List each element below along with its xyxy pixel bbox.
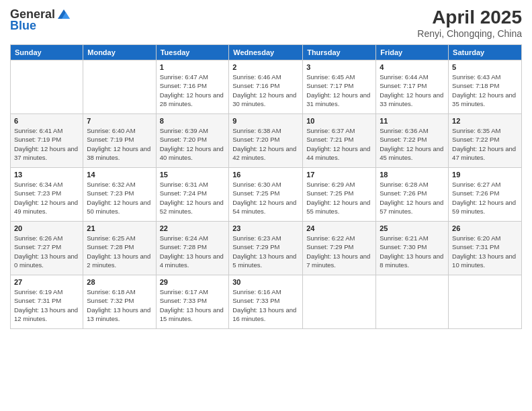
subtitle: Renyi, Chongqing, China [417,28,522,39]
calendar-cell: 12Sunrise: 6:35 AM Sunset: 7:22 PM Dayli… [449,114,522,168]
calendar-cell [11,60,83,114]
day-info: Sunrise: 6:16 AM Sunset: 7:33 PM Dayligh… [232,287,299,323]
weekday-header-wednesday: Wednesday [229,45,303,60]
calendar-cell [376,275,449,329]
day-info: Sunrise: 6:28 AM Sunset: 7:26 PM Dayligh… [380,180,445,216]
title-block: April 2025 Renyi, Chongqing, China [417,7,522,39]
day-info: Sunrise: 6:24 AM Sunset: 7:28 PM Dayligh… [160,234,226,269]
day-number: 9 [232,117,299,125]
day-number: 16 [232,171,299,179]
day-info: Sunrise: 6:29 AM Sunset: 7:25 PM Dayligh… [306,180,372,216]
calendar-cell: 28Sunrise: 6:18 AM Sunset: 7:32 PM Dayli… [83,275,156,329]
day-info: Sunrise: 6:41 AM Sunset: 7:19 PM Dayligh… [14,126,79,162]
calendar-cell: 27Sunrise: 6:19 AM Sunset: 7:31 PM Dayli… [11,275,83,329]
calendar-cell: 13Sunrise: 6:34 AM Sunset: 7:23 PM Dayli… [11,168,83,222]
day-number: 7 [87,117,152,125]
day-number: 10 [306,117,372,125]
weekday-header-saturday: Saturday [449,45,522,60]
day-info: Sunrise: 6:32 AM Sunset: 7:23 PM Dayligh… [87,180,152,216]
weekday-header-monday: Monday [83,45,156,60]
logo: General Blue [10,7,71,33]
calendar-cell: 3Sunrise: 6:45 AM Sunset: 7:17 PM Daylig… [303,60,376,114]
day-number: 25 [380,224,445,232]
day-info: Sunrise: 6:30 AM Sunset: 7:25 PM Dayligh… [232,180,299,216]
calendar-cell: 10Sunrise: 6:37 AM Sunset: 7:21 PM Dayli… [303,114,376,168]
day-number: 3 [306,63,372,71]
calendar-cell: 18Sunrise: 6:28 AM Sunset: 7:26 PM Dayli… [376,168,449,222]
calendar-cell: 7Sunrise: 6:40 AM Sunset: 7:19 PM Daylig… [83,114,156,168]
day-info: Sunrise: 6:23 AM Sunset: 7:29 PM Dayligh… [232,234,299,269]
calendar-cell: 8Sunrise: 6:39 AM Sunset: 7:20 PM Daylig… [156,114,229,168]
logo-blue: Blue [10,19,36,33]
day-number: 5 [452,63,518,71]
calendar-cell: 1Sunrise: 6:47 AM Sunset: 7:16 PM Daylig… [156,60,229,114]
day-info: Sunrise: 6:46 AM Sunset: 7:16 PM Dayligh… [232,73,299,108]
calendar-cell: 26Sunrise: 6:20 AM Sunset: 7:31 PM Dayli… [449,222,522,275]
calendar-cell: 5Sunrise: 6:43 AM Sunset: 7:18 PM Daylig… [449,60,522,114]
week-row-2: 6Sunrise: 6:41 AM Sunset: 7:19 PM Daylig… [11,114,522,168]
week-row-1: 1Sunrise: 6:47 AM Sunset: 7:16 PM Daylig… [11,60,522,114]
day-info: Sunrise: 6:22 AM Sunset: 7:29 PM Dayligh… [306,234,372,269]
week-row-3: 13Sunrise: 6:34 AM Sunset: 7:23 PM Dayli… [11,168,522,222]
day-info: Sunrise: 6:19 AM Sunset: 7:31 PM Dayligh… [14,287,79,323]
day-number: 15 [160,171,226,179]
week-row-5: 27Sunrise: 6:19 AM Sunset: 7:31 PM Dayli… [11,275,522,329]
day-info: Sunrise: 6:45 AM Sunset: 7:17 PM Dayligh… [306,73,372,108]
calendar: SundayMondayTuesdayWednesdayThursdayFrid… [10,44,522,329]
day-info: Sunrise: 6:36 AM Sunset: 7:22 PM Dayligh… [380,126,445,162]
day-number: 6 [14,117,79,125]
calendar-cell: 22Sunrise: 6:24 AM Sunset: 7:28 PM Dayli… [156,222,229,275]
day-info: Sunrise: 6:27 AM Sunset: 7:26 PM Dayligh… [452,180,518,216]
day-number: 30 [232,278,299,286]
day-info: Sunrise: 6:20 AM Sunset: 7:31 PM Dayligh… [452,234,518,269]
day-info: Sunrise: 6:39 AM Sunset: 7:20 PM Dayligh… [160,126,226,162]
calendar-cell: 2Sunrise: 6:46 AM Sunset: 7:16 PM Daylig… [229,60,303,114]
day-info: Sunrise: 6:31 AM Sunset: 7:24 PM Dayligh… [160,180,226,216]
day-info: Sunrise: 6:34 AM Sunset: 7:23 PM Dayligh… [14,180,79,216]
day-number: 22 [160,224,226,232]
calendar-cell: 6Sunrise: 6:41 AM Sunset: 7:19 PM Daylig… [11,114,83,168]
calendar-cell: 17Sunrise: 6:29 AM Sunset: 7:25 PM Dayli… [303,168,376,222]
calendar-cell: 4Sunrise: 6:44 AM Sunset: 7:17 PM Daylig… [376,60,449,114]
calendar-cell [449,275,522,329]
weekday-header-friday: Friday [376,45,449,60]
day-number: 17 [306,171,372,179]
header: General Blue April 2025 Renyi, Chongqing… [10,7,522,39]
day-number: 29 [160,278,226,286]
day-info: Sunrise: 6:44 AM Sunset: 7:17 PM Dayligh… [380,73,445,108]
page: General Blue April 2025 Renyi, Chongqing… [0,0,532,411]
day-number: 8 [160,117,226,125]
calendar-cell: 19Sunrise: 6:27 AM Sunset: 7:26 PM Dayli… [449,168,522,222]
calendar-cell: 16Sunrise: 6:30 AM Sunset: 7:25 PM Dayli… [229,168,303,222]
calendar-cell: 15Sunrise: 6:31 AM Sunset: 7:24 PM Dayli… [156,168,229,222]
calendar-cell [83,60,156,114]
day-info: Sunrise: 6:40 AM Sunset: 7:19 PM Dayligh… [87,126,152,162]
main-title: April 2025 [417,7,522,28]
day-number: 24 [306,224,372,232]
day-number: 27 [14,278,79,286]
day-number: 19 [452,171,518,179]
day-info: Sunrise: 6:26 AM Sunset: 7:27 PM Dayligh… [14,234,79,269]
logo-icon [56,7,71,21]
day-info: Sunrise: 6:37 AM Sunset: 7:21 PM Dayligh… [306,126,372,162]
day-number: 23 [232,224,299,232]
day-number: 18 [380,171,445,179]
calendar-cell: 24Sunrise: 6:22 AM Sunset: 7:29 PM Dayli… [303,222,376,275]
calendar-body: 1Sunrise: 6:47 AM Sunset: 7:16 PM Daylig… [11,60,522,329]
day-number: 1 [160,63,226,71]
day-info: Sunrise: 6:47 AM Sunset: 7:16 PM Dayligh… [160,73,226,108]
calendar-cell: 14Sunrise: 6:32 AM Sunset: 7:23 PM Dayli… [83,168,156,222]
calendar-cell: 30Sunrise: 6:16 AM Sunset: 7:33 PM Dayli… [229,275,303,329]
day-info: Sunrise: 6:38 AM Sunset: 7:20 PM Dayligh… [232,126,299,162]
calendar-cell: 29Sunrise: 6:17 AM Sunset: 7:33 PM Dayli… [156,275,229,329]
calendar-cell: 9Sunrise: 6:38 AM Sunset: 7:20 PM Daylig… [229,114,303,168]
weekday-header-sunday: Sunday [11,45,83,60]
calendar-cell: 21Sunrise: 6:25 AM Sunset: 7:28 PM Dayli… [83,222,156,275]
day-number: 4 [380,63,445,71]
calendar-cell: 23Sunrise: 6:23 AM Sunset: 7:29 PM Dayli… [229,222,303,275]
day-number: 2 [232,63,299,71]
calendar-cell: 20Sunrise: 6:26 AM Sunset: 7:27 PM Dayli… [11,222,83,275]
day-number: 28 [87,278,152,286]
day-number: 12 [452,117,518,125]
calendar-cell: 25Sunrise: 6:21 AM Sunset: 7:30 PM Dayli… [376,222,449,275]
